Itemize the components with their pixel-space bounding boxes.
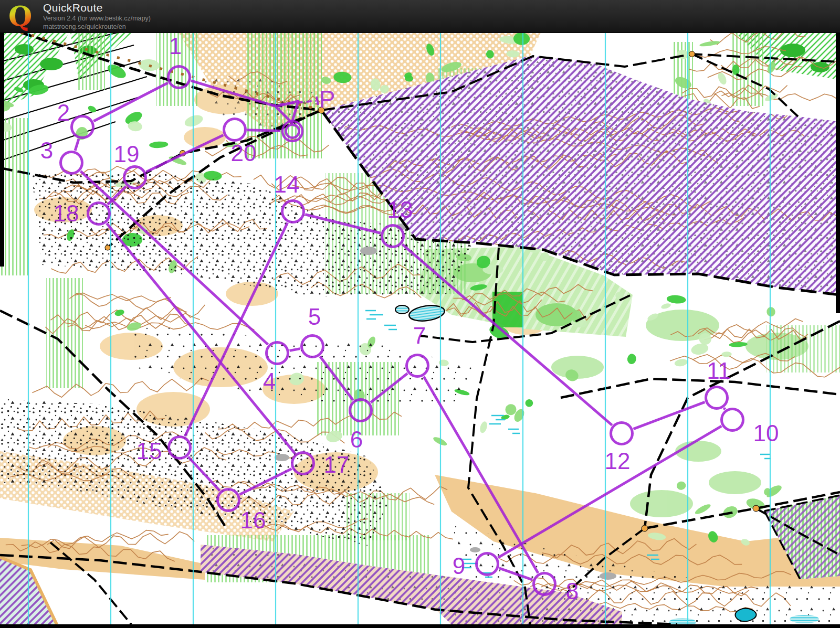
control-label-19: 19 bbox=[114, 141, 140, 167]
app-window: { "header": { "logo_letter": "Q", "app_t… bbox=[0, 0, 840, 628]
app-title: QuickRoute bbox=[43, 2, 151, 14]
course-leg-line bbox=[724, 408, 725, 410]
course-leg-line bbox=[247, 130, 280, 131]
control-label-6: 6 bbox=[350, 427, 363, 452]
control-label-11: 11 bbox=[707, 358, 731, 384]
control-label-15: 15 bbox=[136, 438, 162, 464]
version-line: Version 2.4 (for www.bestik.cz/mapy) bbox=[43, 14, 151, 23]
marked-route-label: P bbox=[319, 86, 335, 113]
title-bar: Q QuickRoute Version 2.4 (for www.bestik… bbox=[0, 0, 840, 33]
map-viewport[interactable]: P1234567891011121314151617181920 bbox=[0, 33, 840, 628]
title-block: QuickRoute Version 2.4 (for www.bestik.c… bbox=[43, 2, 151, 31]
control-label-13: 13 bbox=[387, 197, 413, 222]
control-label-8: 8 bbox=[566, 578, 579, 604]
control-label-4: 4 bbox=[263, 368, 276, 394]
control-label-9: 9 bbox=[453, 553, 465, 579]
control-label-17: 17 bbox=[324, 452, 350, 477]
control-label-1: 1 bbox=[169, 33, 182, 59]
map-canvas[interactable]: P1234567891011121314151617181920 bbox=[0, 33, 840, 628]
logo-letter: Q bbox=[8, 2, 32, 31]
quickroute-logo-icon: Q bbox=[7, 2, 35, 31]
control-label-7: 7 bbox=[413, 323, 426, 348]
control-label-18: 18 bbox=[54, 200, 79, 226]
control-label-10: 10 bbox=[753, 420, 779, 446]
control-label-3: 3 bbox=[40, 137, 53, 163]
site-line: matstroeng.se/quickroute/en bbox=[43, 23, 151, 31]
control-label-2: 2 bbox=[57, 100, 70, 125]
control-label-14: 14 bbox=[274, 172, 300, 197]
control-label-16: 16 bbox=[240, 507, 266, 533]
control-label-5: 5 bbox=[308, 304, 321, 329]
control-label-12: 12 bbox=[605, 448, 631, 474]
control-label-20: 20 bbox=[231, 140, 257, 166]
